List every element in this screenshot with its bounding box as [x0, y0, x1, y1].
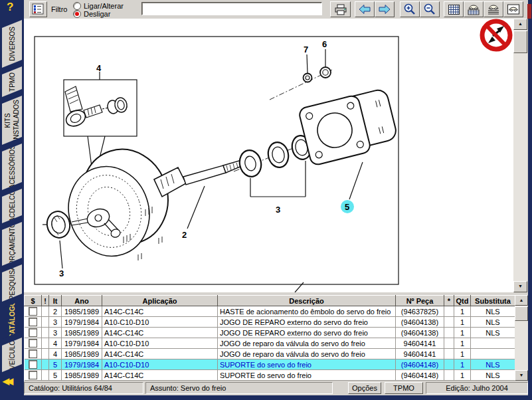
options-button[interactable]: Opções: [348, 382, 381, 394]
table-cell: NLS: [471, 359, 515, 370]
table-row[interactable]: 51985/1989A14C-C14CSUPORTE do servo do f…: [25, 370, 515, 381]
table-cell: [444, 317, 454, 328]
row-select-cell[interactable]: [25, 306, 42, 317]
back-button[interactable]: [355, 1, 375, 17]
table-vertical-scrollbar[interactable]: ▲ ▼: [515, 295, 528, 381]
row-checkbox[interactable]: [29, 328, 37, 337]
app-window: ? DIVERSOS TPMO KITS INSTALADOS ACESSÓRI…: [0, 0, 532, 400]
filter-radio-ligar[interactable]: Ligar/Alterar: [73, 2, 124, 10]
col-aplicacao[interactable]: Aplicação: [102, 296, 218, 306]
radio-unselected-icon: [73, 2, 81, 10]
sidebar-item-diversos[interactable]: DIVERSOS: [2, 20, 22, 68]
table-cell: JOGO de reparo da válvula do servo do fr…: [218, 338, 396, 349]
row-select-cell[interactable]: [25, 328, 42, 338]
table-row[interactable]: 41979/1984A10-C10-D10JOGO de reparo da v…: [25, 338, 515, 349]
table-cell: [471, 349, 515, 359]
vehicle-list-button[interactable]: [484, 1, 503, 17]
tpmo-button[interactable]: TPMO: [385, 382, 423, 394]
brake-servo-exploded-drawing: 4 7 6 3 2 3 5: [24, 19, 513, 292]
toolbar: Filtro Ligar/Alterar Desligar: [24, 0, 528, 19]
zoom-in-button[interactable]: [400, 1, 420, 17]
table-row[interactable]: 31985/1989A14C-C14CJOGO DE REPARO extern…: [25, 328, 515, 338]
vehicle-button[interactable]: [503, 1, 523, 17]
table-row[interactable]: 31979/1984A10-C10-D10JOGO DE REPARO exte…: [25, 317, 515, 328]
print-button[interactable]: [330, 1, 351, 17]
table-scroll-down-button[interactable]: ▼: [515, 370, 528, 381]
status-catalog: Catálogo: Utilitários 64/84: [24, 382, 143, 394]
table-cell: 1985/1989: [62, 349, 102, 359]
grid-view-button[interactable]: [444, 1, 464, 17]
row-select-cell[interactable]: [25, 338, 42, 349]
col-item[interactable]: It: [49, 296, 62, 306]
table-cell: 3: [49, 317, 62, 328]
sidebar-item-acessorios[interactable]: ACESSÓRIOS: [2, 144, 22, 190]
table-scroll-thumb[interactable]: [515, 306, 528, 321]
row-select-cell[interactable]: [25, 349, 42, 359]
status-subject: Assunto: Servo do freio: [145, 382, 333, 394]
callout-6: 6: [322, 39, 327, 49]
row-select-cell[interactable]: [25, 370, 42, 381]
col-ano[interactable]: Ano: [62, 296, 102, 306]
zoom-out-button[interactable]: [420, 1, 440, 17]
sidebar-item-kits-instalados[interactable]: KITS INSTALADOS: [2, 96, 22, 145]
table-header-row: $ ! It Ano Aplicação Descrição Nº Peça *…: [25, 296, 515, 306]
scroll-up-button[interactable]: ▲: [513, 19, 527, 30]
table-cell: 1: [454, 328, 471, 338]
table-row[interactable]: 41985/1989A14C-C14CJOGO de reparo da vál…: [25, 349, 515, 359]
zoom-out-icon: [424, 3, 436, 15]
table-cell: NLS: [471, 370, 515, 381]
table-cell: NLS: [471, 306, 515, 317]
help-icon[interactable]: ?: [7, 1, 13, 14]
collapse-sidebar-arrows[interactable]: ◀◀: [3, 376, 11, 386]
table-cell: [42, 328, 49, 338]
table-cell: 4: [49, 349, 62, 359]
scroll-thumb[interactable]: [513, 31, 527, 53]
status-edition: Edição: Julho 2004: [426, 382, 528, 394]
scroll-down-button[interactable]: ▼: [513, 281, 527, 292]
table-scroll-up-button[interactable]: ▲: [515, 295, 528, 306]
table-row[interactable]: 51979/1984A10-C10-D10SUPORTE do servo do…: [25, 359, 515, 370]
callout-4: 4: [96, 63, 102, 73]
filter-radio-desligar[interactable]: Desligar: [73, 10, 110, 18]
table-cell: A14C-C14C: [102, 328, 218, 338]
col-peca[interactable]: Nº Peça: [396, 296, 444, 306]
table-cell: 1979/1984: [62, 317, 102, 328]
col-qtd[interactable]: Qtd: [454, 296, 471, 306]
diagram-vertical-scrollbar[interactable]: ▲ ▼: [513, 19, 527, 292]
col-alert[interactable]: !: [42, 296, 49, 306]
col-descricao[interactable]: Descrição: [218, 296, 396, 306]
row-checkbox[interactable]: [29, 360, 37, 369]
table-cell: [42, 370, 49, 381]
print-icon: [334, 4, 347, 15]
col-dollar[interactable]: $: [25, 296, 42, 306]
table-cell: NLS: [471, 317, 515, 328]
row-checkbox[interactable]: [29, 350, 37, 358]
table-cell: 1985/1989: [62, 328, 102, 338]
table-cell: 5: [49, 370, 62, 381]
right-frame: [528, 0, 532, 400]
table-cell: 2: [49, 306, 62, 317]
table-row[interactable]: 21985/1989A14C-C14CHASTE de acionamento …: [25, 306, 515, 317]
forward-button[interactable]: [375, 1, 395, 17]
bottom-frame: [0, 395, 532, 400]
catalog-index-button[interactable]: [29, 1, 47, 17]
row-checkbox[interactable]: [29, 307, 37, 316]
col-substituta[interactable]: Substituta: [471, 296, 515, 306]
table-cell: SUPORTE do servo do freio: [218, 359, 396, 370]
row-select-cell[interactable]: [25, 359, 42, 370]
row-select-cell[interactable]: [25, 317, 42, 328]
car-icon: [507, 3, 520, 15]
col-star[interactable]: *: [444, 296, 454, 306]
row-checkbox[interactable]: [29, 371, 37, 379]
table-cell: 1979/1984: [62, 338, 102, 349]
table-cell: JOGO de reparo da válvula do servo do fr…: [218, 349, 396, 359]
catalog-index-icon: [32, 3, 44, 15]
no-interchange-sign: [479, 18, 513, 52]
row-checkbox[interactable]: [29, 339, 37, 348]
table-cell: [471, 338, 515, 349]
table-cell: HASTE de acionamento do êmbolo do servo …: [218, 306, 396, 317]
filter-input[interactable]: [141, 2, 322, 15]
vehicle-table-button[interactable]: [464, 1, 484, 17]
callout-5[interactable]: 5: [345, 202, 349, 212]
row-checkbox[interactable]: [29, 318, 37, 326]
